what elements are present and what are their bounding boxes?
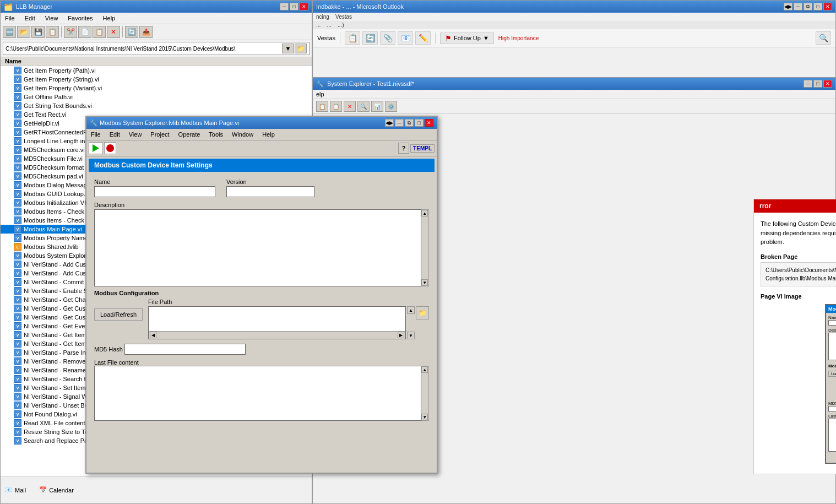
lf-scroll-up[interactable]: ▲ (421, 366, 428, 373)
outlook-paperclip-btn[interactable]: 📎 (380, 31, 395, 45)
sysex-btn5[interactable]: 📊 (371, 101, 383, 112)
outlook-back-btn[interactable]: ◀▶ (784, 3, 792, 10)
sysex-close-btn[interactable]: ✕ (823, 80, 832, 88)
mini-load-btn[interactable]: Load/Refresh (828, 371, 836, 377)
toolbar-copy-btn[interactable]: 📄 (78, 26, 91, 38)
desc-scroll-down[interactable]: ▼ (421, 279, 428, 286)
vi-icon: V (14, 428, 21, 436)
description-textarea[interactable] (94, 209, 421, 286)
fp-scroll-up[interactable]: ▲ (407, 306, 415, 314)
modbus-nav-btn[interactable]: ◀▶ (385, 119, 394, 127)
sysex-minimize-btn[interactable]: ─ (804, 80, 812, 88)
toolbar-save2-btn[interactable]: 📋 (46, 26, 59, 38)
file-list-item[interactable]: VGet Item Property (String).vi (1, 75, 312, 84)
modbus-back-btn[interactable]: ─ (395, 119, 404, 127)
modbus-menu-project[interactable]: Project (148, 130, 171, 139)
sysex-maximize-btn[interactable]: □ (813, 80, 822, 88)
menu-view[interactable]: View (43, 14, 61, 23)
outlook-refresh-btn[interactable]: 🔄 (362, 31, 378, 45)
sysex-help-menu[interactable]: elp (316, 91, 324, 97)
llb-minimize-btn[interactable]: ─ (280, 3, 289, 10)
toolbar-new-btn[interactable]: 🆕 (3, 26, 16, 38)
modbus-close-btn[interactable]: ✕ (425, 119, 433, 127)
stop-btn[interactable] (104, 142, 116, 154)
broken-page-section: Broken Page C:\Users\Public\Documents\Na… (754, 253, 836, 286)
sysex-btn2[interactable]: 📋 (330, 101, 342, 112)
sysex-btn3[interactable]: ✕ (344, 101, 356, 112)
modbus-menu-window[interactable]: Window (230, 130, 256, 139)
modbus-menu-file[interactable]: File (89, 130, 103, 139)
last-file-textarea[interactable] (94, 366, 421, 421)
toolbar-delete-btn[interactable]: ✕ (107, 26, 120, 38)
toolbar-paste-btn[interactable]: 📋 (93, 26, 106, 38)
menu-favorites[interactable]: Favorites (66, 14, 95, 23)
path-browse-btn[interactable]: 📁 (295, 44, 307, 53)
modbus-toolbar-left (89, 142, 116, 154)
modbus-restore-btn[interactable]: ⧉ (405, 119, 414, 127)
path-input[interactable] (6, 46, 280, 52)
file-list-item[interactable]: VGet Offline Path.vi (1, 93, 312, 101)
path-dropdown-btn[interactable]: ▼ (282, 44, 294, 53)
high-importance-label: High Importance (498, 35, 539, 41)
vi-icon: V (14, 234, 21, 242)
version-input[interactable] (226, 186, 314, 197)
toolbar-open-btn[interactable]: 📂 (17, 26, 30, 38)
md5-input[interactable] (124, 344, 246, 355)
llb-manager-controls: ─ □ ✕ (280, 3, 308, 10)
menu-edit[interactable]: Edit (23, 14, 37, 23)
outlook-edit-btn[interactable]: ✏️ (415, 31, 431, 45)
file-list-header: Name (1, 57, 312, 66)
file-list-item[interactable]: VGet Item Property (Path).vi (1, 66, 312, 75)
file-list-item[interactable]: VGet Item Property (Variant).vi (1, 84, 312, 93)
file-item-label: Get Item Property (Variant).vi (24, 85, 102, 91)
last-file-section: Last File content ▲ ▼ (94, 359, 429, 421)
templ-btn[interactable]: TEMPL (410, 144, 435, 153)
modbus-menu-help[interactable]: Help (260, 130, 277, 139)
fp-scroll-left[interactable]: ◀ (150, 332, 156, 338)
llb-maximize-btn[interactable]: □ (290, 3, 298, 10)
modbus-menu-view[interactable]: View (127, 130, 144, 139)
desc-scroll-up[interactable]: ▲ (421, 210, 428, 216)
sysex-btn4[interactable]: 🔍 (357, 101, 370, 112)
file-item-label: GetHelpDir.vi (24, 120, 59, 127)
toolbar-rename-btn[interactable]: 🔄 (125, 26, 138, 38)
file-item-label: MD5Checksum core.vi (24, 147, 85, 153)
outlook-restore-btn[interactable]: ⧉ (804, 3, 812, 10)
mini-header-text: Modbus Custom Device Item Settings (828, 306, 836, 312)
fp-scroll-down[interactable]: ▼ (407, 332, 415, 339)
vi-icon: V (14, 120, 21, 127)
help-btn[interactable]: ? (398, 143, 409, 154)
page-vi-image: Modbus Custom Device Item Settings Name … (825, 304, 836, 464)
folder-browse-btn[interactable]: 📁 (416, 306, 429, 319)
toolbar-extract-btn[interactable]: 📤 (139, 26, 153, 38)
modbus-maximize-btn[interactable]: □ (415, 119, 424, 127)
lf-scroll-down[interactable]: ▼ (421, 414, 428, 420)
file-list-item[interactable]: VGet String Text Bounds.vi (1, 101, 312, 110)
modbus-menu-operate[interactable]: Operate (176, 130, 203, 139)
outlook-minimize-btn[interactable]: ─ (794, 3, 802, 10)
sysex-btn6[interactable]: ⚙️ (385, 101, 397, 112)
load-refresh-btn[interactable]: Load/Refresh (94, 308, 143, 321)
md5-label: MD5 Hash (94, 346, 123, 353)
outlook-attach-btn[interactable]: 📋 (345, 31, 360, 45)
sysex-btn1[interactable]: 📋 (316, 101, 328, 112)
outlook-close-btn[interactable]: ✕ (823, 3, 832, 10)
menu-file[interactable]: File (3, 14, 17, 23)
toolbar-save-btn[interactable]: 💾 (31, 26, 45, 38)
importance-section: High Importance (496, 35, 539, 41)
modbus-menu-tools[interactable]: Tools (207, 130, 225, 139)
outlook-maximize-btn[interactable]: □ (813, 3, 822, 10)
fp-scroll-right[interactable]: ▶ (398, 332, 404, 338)
run-btn[interactable] (89, 142, 103, 154)
flag-icon: ⚑ (445, 34, 452, 42)
modbus-menu-edit[interactable]: Edit (107, 130, 122, 139)
llb-close-btn[interactable]: ✕ (300, 3, 308, 10)
outlook-forward-btn[interactable]: 📧 (398, 31, 413, 45)
follow-up-btn[interactable]: ⚑ Follow Up ▼ (440, 32, 494, 44)
toolbar-cut-btn[interactable]: ✂️ (64, 26, 77, 38)
vi-icon: V (14, 287, 21, 295)
outlook-search-btn[interactable]: 🔍 (816, 31, 831, 45)
name-input[interactable] (94, 186, 215, 197)
file-item-label: Read XML File content.vi (24, 420, 91, 426)
menu-help[interactable]: Help (101, 14, 118, 23)
